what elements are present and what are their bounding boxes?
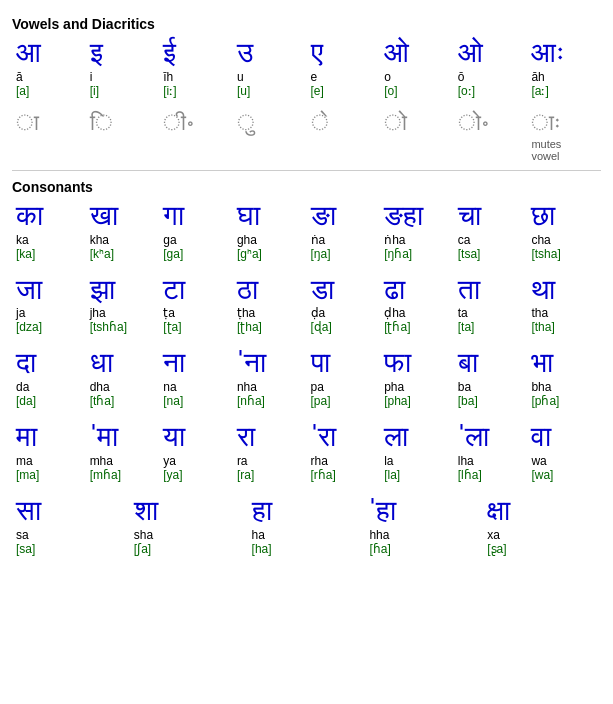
consonant-roman-3-7: wa [531,454,546,468]
consonant-ipa-3-3: [ra] [237,468,254,482]
consonant-devanagari-3-4: ˈरा [311,422,336,453]
diacritic-symbol-2: ◌ी॰ [163,110,194,138]
consonant-roman-0-1: kha [90,233,109,247]
vowel-devanagari-3: उ [237,38,253,69]
diacritic-cell-4: ◌े [307,108,381,164]
vowels-title: Vowels and Diacritics [12,16,601,32]
consonant-roman-3-0: ma [16,454,33,468]
consonant-devanagari-2-5: फा [384,348,411,379]
vowel-roman-4: e [311,70,318,84]
consonant-ipa-0-3: [gʰa] [237,247,262,261]
consonant-ipa-2-3: [nɦa] [237,394,265,408]
consonant-devanagari-2-0: दा [16,348,36,379]
vowel-roman-3: u [237,70,244,84]
consonant-devanagari-0-3: घा [237,201,260,232]
diacritic-label-7: mutes vowel [531,138,561,162]
consonant-cell-2-7: भा bha [pɦa] [527,346,601,410]
consonant-cell-3-4: ˈरा rha [rɦa] [307,420,381,484]
consonant-devanagari-1-5: ढा [384,275,405,306]
diacritic-symbol-0: ◌ा [16,110,39,138]
diacritic-symbol-6: ◌ो॰ [458,110,489,138]
vowel-cell-3: उ u [u] [233,36,307,100]
consonant-roman-1-2: ṭa [163,306,175,320]
consonant-cell-2-2: ना na [na] [159,346,233,410]
consonant-roman-2-7: bha [531,380,551,394]
consonant-ipa-3-6: [lɦa] [458,468,482,482]
consonant-cell-4-4: क्षा xa [ʂa] [483,494,601,558]
consonant-devanagari-1-0: जा [16,275,42,306]
consonant-roman-2-0: da [16,380,29,394]
consonant-cell-1-2: टा ṭa [ʈa] [159,273,233,337]
consonant-cell-0-6: चा ca [tsa] [454,199,528,263]
diacritic-cell-5: ◌ो [380,108,454,164]
consonant-ipa-3-0: [ma] [16,468,39,482]
consonant-roman-1-0: ja [16,306,25,320]
consonant-devanagari-3-1: ˈमा [90,422,118,453]
vowel-devanagari-1: इ [90,38,103,69]
consonant-ipa-0-1: [kʰa] [90,247,114,261]
consonant-cell-1-0: जा ja [dza] [12,273,86,337]
consonant-cell-2-0: दा da [da] [12,346,86,410]
vowel-cell-0: आ ā [a] [12,36,86,100]
consonant-devanagari-1-7: था [531,275,555,306]
vowel-roman-6: ō [458,70,465,84]
consonant-roman-3-3: ra [237,454,248,468]
consonant-roman-1-4: ḍa [311,306,326,320]
consonant-ipa-2-4: [pa] [311,394,331,408]
consonant-roman-0-7: cha [531,233,550,247]
consonant-cell-4-0: सा sa [sa] [12,494,130,558]
consonant-cell-2-4: पा pa [pa] [307,346,381,410]
consonant-devanagari-4-0: सा [16,496,41,527]
consonant-ipa-1-6: [ta] [458,320,475,334]
consonant-devanagari-2-3: ˈना [237,348,266,379]
consonant-ipa-0-2: [ga] [163,247,183,261]
consonant-ipa-2-2: [na] [163,394,183,408]
consonant-roman-0-0: ka [16,233,29,247]
vowel-ipa-0: [a] [16,84,29,98]
consonant-roman-4-0: sa [16,528,29,542]
consonant-roman-4-3: hha [369,528,389,542]
consonant-cell-1-3: ठा ṭha [ʈha] [233,273,307,337]
consonant-ipa-3-5: [la] [384,468,400,482]
consonant-devanagari-4-4: क्षा [487,496,510,527]
consonant-ipa-4-1: [ʃa] [134,542,151,556]
diacritic-cell-7: ◌ाःmutes vowel [527,108,601,164]
consonant-ipa-1-3: [ʈha] [237,320,262,334]
consonant-ipa-3-1: [mɦa] [90,468,121,482]
vowel-ipa-5: [o] [384,84,397,98]
consonant-devanagari-3-2: या [163,422,185,453]
consonant-roman-0-6: ca [458,233,471,247]
vowel-devanagari-4: ए [311,38,323,69]
consonant-devanagari-2-2: ना [163,348,185,379]
vowel-ipa-4: [e] [311,84,324,98]
diacritic-symbol-1: ◌ि [90,110,113,138]
vowel-roman-1: i [90,70,93,84]
consonant-roman-1-3: ṭha [237,306,255,320]
consonant-cell-0-3: घा gha [gʰa] [233,199,307,263]
consonant-devanagari-4-2: हा [252,496,272,527]
consonant-ipa-4-3: [ɦa] [369,542,390,556]
consonant-ipa-1-2: [ʈa] [163,320,181,334]
consonant-ipa-1-4: [ɖa] [311,320,332,334]
consonant-devanagari-0-1: खा [90,201,118,232]
consonant-ipa-2-6: [ba] [458,394,478,408]
consonant-devanagari-1-2: टा [163,275,185,306]
consonant-ipa-0-6: [tsa] [458,247,481,261]
consonant-row-0: का ka [ka] खा kha [kʰa] गा ga [ga] घा gh… [12,199,601,263]
vowel-cell-5: ओ o [o] [380,36,454,100]
page-container: Vowels and Diacritics आ ā [a] इ i [i] ई … [12,16,601,558]
vowel-cell-2: ई īh [iː] [159,36,233,100]
consonant-roman-3-1: mha [90,454,113,468]
consonant-devanagari-0-5: ङहा [384,201,423,232]
consonant-ipa-1-1: [tshɦa] [90,320,127,334]
vowel-ipa-6: [oː] [458,84,475,98]
consonant-roman-2-5: pha [384,380,404,394]
consonant-cell-0-4: ङा ṅa [ŋa] [307,199,381,263]
vowel-ipa-7: [aː] [531,84,548,98]
consonant-devanagari-0-0: का [16,201,43,232]
consonant-roman-0-4: ṅa [311,233,326,247]
vowel-roman-7: āh [531,70,544,84]
consonant-ipa-2-7: [pɦa] [531,394,559,408]
consonant-devanagari-0-6: चा [458,201,481,232]
consonant-cell-1-5: ढा ḍha [ʈɦa] [380,273,454,337]
